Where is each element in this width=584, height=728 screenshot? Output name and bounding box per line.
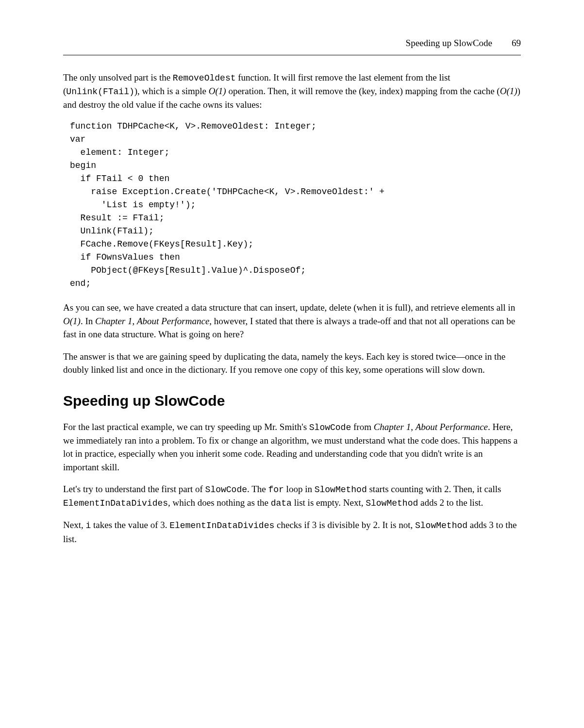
code-inline: SlowMethod (315, 485, 367, 495)
paragraph-tradeoff-2: The answer is that we are gaining speed … (63, 350, 521, 377)
italic: About Performance (137, 316, 209, 326)
text: from (351, 422, 373, 432)
italic: O(1) (209, 86, 226, 96)
page: Speeding up SlowCode 69 The only unsolve… (0, 0, 584, 728)
page-number: 69 (512, 36, 521, 50)
code-inline: Unlink(FTail) (66, 87, 134, 97)
code-block-removeoldest: function TDHPCache<K, V>.RemoveOldest: I… (70, 120, 521, 290)
code-inline: ElementInDataDivides (169, 521, 274, 530)
text: For the last practical example, we can t… (63, 422, 309, 432)
text: checks if 3 is divisible by 2. It is not… (274, 520, 415, 530)
italic: O(1) (500, 86, 517, 96)
text: . In (81, 316, 95, 326)
code-inline: for (268, 485, 284, 495)
italic: Chapter 1 (95, 316, 133, 326)
section-heading: Speeding up SlowCode (63, 390, 521, 412)
code-inline: data (271, 498, 292, 508)
text: operation. Then, it will remove the (key… (226, 86, 500, 96)
code-inline: SlowCode (309, 423, 351, 432)
italic: About Performance (416, 422, 488, 432)
text: Next, (63, 520, 85, 530)
paragraph-intro: The only unsolved part is the RemoveOlde… (63, 71, 521, 112)
text: , (411, 422, 416, 432)
paragraph-tradeoff-1: As you can see, we have created a data s… (63, 301, 521, 341)
paragraph-slowcode-1: For the last practical example, we can t… (63, 420, 521, 474)
code-inline: RemoveOldest (173, 73, 236, 83)
text: As you can see, we have created a data s… (63, 302, 515, 313)
code-inline: SlowCode (205, 485, 247, 495)
running-title: Speeding up SlowCode (406, 36, 492, 50)
running-head: Speeding up SlowCode 69 (63, 36, 521, 55)
italic: Chapter 1 (374, 422, 411, 432)
text: adds 2 to the list. (418, 497, 483, 508)
text: The only unsolved part is the (63, 72, 173, 83)
code-inline: SlowMethod (366, 498, 418, 508)
text: , which does nothing as the (168, 497, 271, 508)
italic: O(1) (63, 316, 81, 326)
text: takes the value of 3. (91, 520, 169, 530)
text: list is empty. Next, (292, 497, 366, 508)
paragraph-slowcode-3: Next, i takes the value of 3. ElementInD… (63, 518, 521, 546)
text: loop in (284, 484, 315, 494)
text: , (133, 316, 137, 326)
code-inline: i (85, 521, 91, 530)
text: Let's try to understand the first part o… (63, 484, 205, 494)
code-inline: ElementInDataDivides (63, 498, 168, 508)
paragraph-slowcode-2: Let's try to understand the first part o… (63, 482, 521, 510)
text: ), which is a simple (134, 86, 209, 96)
code-inline: SlowMethod (415, 521, 467, 530)
text: starts counting with 2. Then, it calls (367, 484, 501, 494)
text: . The (247, 484, 268, 494)
